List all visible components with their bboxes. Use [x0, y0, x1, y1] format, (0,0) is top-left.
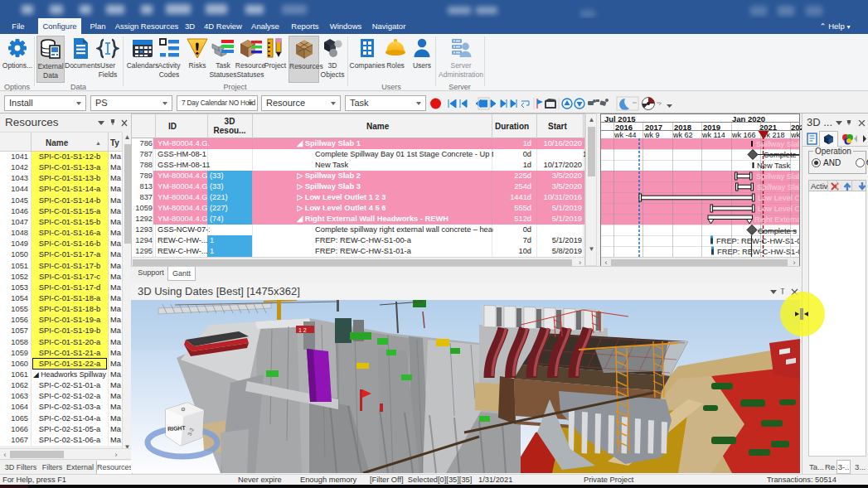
- svg-text:Low Level O: Low Level O: [758, 205, 799, 213]
- svg-text:Low Level O: Low Level O: [758, 194, 799, 202]
- svg-text:Complete S: Complete S: [764, 151, 799, 159]
- svg-text:Spillway Slab: Spillway Slab: [756, 140, 799, 148]
- svg-text:Spillway Slab: Spillway Slab: [757, 183, 799, 191]
- svg-text:Complete s: Complete s: [758, 227, 797, 235]
- svg-text:Right Externa: Right Externa: [754, 215, 799, 224]
- svg-text:New Task: New Task: [757, 162, 790, 170]
- svg-text:Spillway Slab: Spillway Slab: [756, 172, 799, 181]
- svg-text:FREP: REW-C-HW-S1-0: FREP: REW-C-HW-S1-0: [717, 248, 799, 256]
- svg-text:FREP: REW-C-HW-S1-0: FREP: REW-C-HW-S1-0: [716, 237, 799, 245]
- svg-text:1 2: 1 2: [298, 327, 307, 333]
